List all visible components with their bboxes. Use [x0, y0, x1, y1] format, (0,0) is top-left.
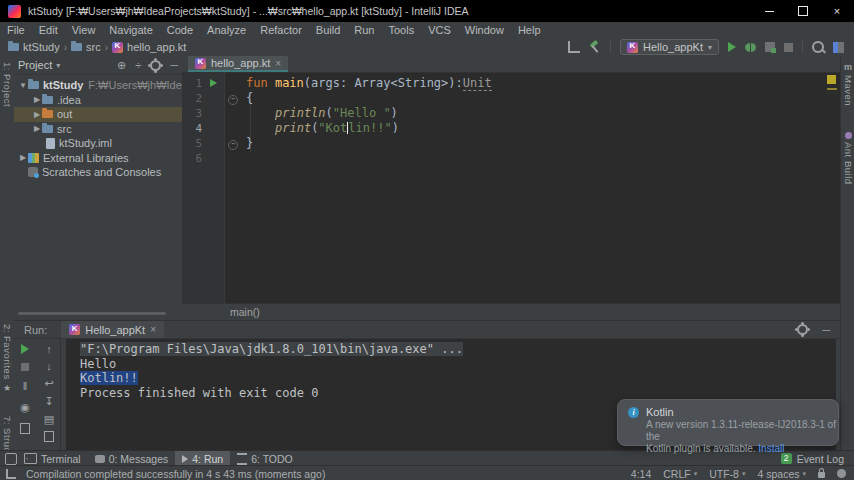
tree-item-external-libraries[interactable]: ▶ External Libraries	[14, 151, 182, 166]
project-structure-icon[interactable]	[833, 42, 844, 53]
line-number: 2	[184, 92, 202, 105]
caret-position-widget[interactable]: 4:14	[631, 468, 651, 480]
tool-button-messages[interactable]: 0: Messages	[88, 451, 176, 466]
thread-dump-icon[interactable]: ◉	[20, 401, 30, 414]
menu-view[interactable]: View	[65, 24, 103, 36]
pause-output-icon[interactable]: ‖	[23, 380, 28, 392]
print-icon[interactable]: ▤	[44, 413, 54, 426]
breadcrumb-src[interactable]: src	[71, 41, 101, 53]
run-button[interactable]	[728, 42, 736, 52]
kotlin-update-notification[interactable]: i Kotlin A new version 1.3.11-release-IJ…	[617, 399, 839, 446]
menu-build[interactable]: Build	[309, 24, 347, 36]
lock-icon[interactable]	[818, 472, 825, 478]
notification-title: Kotlin	[646, 406, 674, 418]
gear-icon[interactable]	[150, 60, 161, 71]
locate-icon[interactable]: ⊕	[117, 59, 126, 72]
project-panel-title[interactable]: Project	[18, 59, 52, 71]
clear-all-icon[interactable]	[44, 431, 54, 442]
rerun-button[interactable]	[21, 344, 29, 354]
hide-panel-icon[interactable]: ─	[170, 59, 178, 71]
menu-refactor[interactable]: Refactor	[253, 24, 309, 36]
breadcrumb-separator: ›	[64, 42, 67, 53]
soft-wrap-icon[interactable]: ↩	[44, 377, 53, 390]
tool-button-todo[interactable]: 6: TODO	[230, 451, 300, 466]
inspection-warning-indicator[interactable]	[827, 75, 836, 84]
coverage-button[interactable]	[765, 42, 775, 52]
tree-item-iml[interactable]: ktStudy.iml	[14, 136, 182, 151]
down-stack-icon[interactable]: ↓	[46, 360, 52, 372]
menu-vcs[interactable]: VCS	[421, 24, 458, 36]
breadcrumb-project[interactable]: ktStudy	[8, 41, 60, 53]
expanded-arrow-icon[interactable]: ▼	[18, 81, 28, 90]
restore-layout-icon[interactable]	[568, 41, 580, 53]
chevron-down-icon[interactable]: ▾	[56, 61, 60, 70]
menu-code[interactable]: Code	[160, 24, 200, 36]
minimize-button[interactable]	[752, 0, 786, 22]
fold-marker-icon[interactable]: −	[228, 95, 238, 105]
menu-analyze[interactable]: Analyze	[200, 24, 253, 36]
indent-widget[interactable]: 4 spaces▾	[757, 468, 806, 480]
project-tool-window: Project ▾ ⊕ ÷ ─ ▼ ktStudy F:₩Users₩jh₩Id…	[14, 56, 183, 320]
tree-item-root[interactable]: ▼ ktStudy F:₩Users₩jh₩IdeaProjects₩ktStu…	[14, 78, 182, 93]
tool-button-ant-build[interactable]: Ant Build	[841, 132, 854, 185]
tool-button-maven[interactable]: m Maven	[841, 62, 854, 106]
tree-item-scratches[interactable]: Scratches and Consoles	[14, 165, 182, 180]
run-tab-hello-appkt[interactable]: Hello_appKt ×	[61, 321, 164, 338]
line-ending-widget[interactable]: CRLF▾	[663, 468, 697, 480]
line-number: 3	[184, 107, 202, 120]
main-toolbar: ktStudy › src › hello_app.kt Hello_appKt…	[0, 38, 854, 57]
build-hammer-icon[interactable]	[589, 41, 601, 53]
search-everywhere-icon[interactable]	[812, 41, 824, 53]
tool-button-terminal[interactable]: › Terminal	[17, 451, 88, 466]
editor-tab-hello-app[interactable]: hello_app.kt ×	[188, 56, 288, 72]
menu-help[interactable]: Help	[511, 24, 548, 36]
menu-tools[interactable]: Tools	[381, 24, 421, 36]
tree-item-src[interactable]: ▶ src	[14, 122, 182, 137]
tool-button-run[interactable]: 4: Run	[175, 451, 230, 466]
collapsed-arrow-icon[interactable]: ▶	[18, 153, 28, 162]
tool-button-favorites[interactable]: 2: Favorites ★	[0, 324, 14, 393]
close-button[interactable]: ×	[820, 0, 854, 22]
fold-marker-icon[interactable]: −	[228, 140, 238, 150]
menu-file[interactable]: File	[0, 24, 32, 36]
code-editor[interactable]: 1 2 3 4 5 6 − − fun main(args: Array<Str…	[182, 73, 840, 303]
menu-run[interactable]: Run	[347, 24, 381, 36]
restore-layout-icon[interactable]	[20, 423, 30, 434]
collapsed-arrow-icon[interactable]: ▶	[32, 124, 42, 133]
line-number: 5	[184, 137, 202, 150]
stop-icon[interactable]	[21, 363, 29, 371]
menu-navigate[interactable]: Navigate	[102, 24, 159, 36]
debug-button[interactable]	[745, 43, 756, 52]
breadcrumb-file[interactable]: hello_app.kt	[112, 41, 186, 53]
folder-icon	[42, 96, 53, 104]
horizontal-scrollbar[interactable]	[18, 312, 166, 315]
menu-edit[interactable]: Edit	[32, 24, 65, 36]
collapse-all-icon[interactable]: ÷	[135, 59, 141, 71]
run-toolbar-primary: ‖ ◉	[14, 339, 36, 456]
encoding-widget[interactable]: UTF-8▾	[709, 468, 745, 480]
run-panel-header: Run: Hello_appKt × ─	[14, 321, 840, 339]
tool-button-project[interactable]: 1: Project	[0, 62, 14, 107]
chevron-down-icon: ▾	[742, 470, 746, 478]
collapsed-arrow-icon[interactable]: ▶	[32, 95, 42, 104]
up-stack-icon[interactable]: ↑	[46, 343, 52, 355]
maximize-button[interactable]	[786, 0, 820, 22]
gear-icon[interactable]	[797, 324, 808, 335]
scroll-to-end-icon[interactable]: ↧	[44, 395, 53, 408]
hide-panel-icon[interactable]: ─	[822, 324, 830, 336]
console-line-command: "F:\Program Files\Java\jdk1.8.0_101\bin\…	[80, 342, 463, 356]
warning-stripe-mark[interactable]	[827, 88, 837, 90]
stop-button[interactable]	[784, 43, 793, 52]
collapsed-arrow-icon[interactable]: ▶	[32, 110, 42, 119]
close-icon[interactable]: ×	[275, 58, 281, 69]
highlighting-level-icon[interactable]	[837, 469, 846, 478]
tree-item-idea[interactable]: ▶ .idea	[14, 93, 182, 108]
install-link[interactable]: Install	[758, 443, 784, 454]
tree-item-out[interactable]: ▶ out	[14, 107, 182, 122]
run-configuration-select[interactable]: Hello_appKt ▾	[620, 39, 719, 55]
menu-window[interactable]: Window	[458, 24, 511, 36]
close-icon[interactable]: ×	[150, 324, 156, 335]
run-gutter-icon[interactable]	[210, 79, 217, 87]
breadcrumb-main-function[interactable]: main()	[230, 306, 260, 318]
tool-windows-toggle-icon[interactable]	[5, 453, 17, 465]
